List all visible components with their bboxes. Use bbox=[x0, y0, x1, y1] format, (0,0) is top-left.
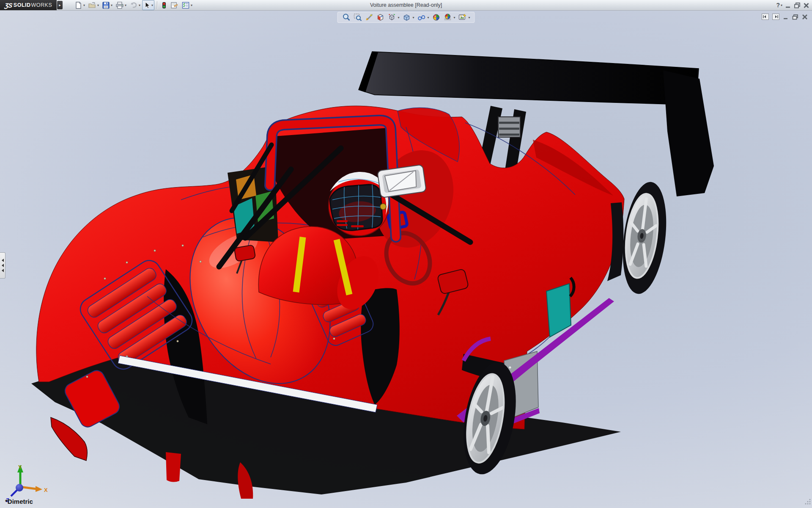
window-controls: ? ▾ bbox=[776, 0, 809, 10]
rearview-mirror[interactable] bbox=[377, 165, 426, 198]
close-window-button[interactable] bbox=[803, 2, 809, 8]
dropdown-arrow[interactable]: ▾ bbox=[151, 3, 153, 7]
next-pane-button[interactable] bbox=[772, 14, 779, 20]
select-button[interactable]: ▾ bbox=[142, 0, 154, 10]
dropdown-arrow[interactable]: ▾ bbox=[412, 16, 414, 19]
zoom-to-area-icon bbox=[353, 13, 362, 22]
apply-scene-icon bbox=[444, 13, 452, 22]
window-title: Voiture assemblee [Read-only] bbox=[370, 0, 442, 10]
solidworks-logo-text: SOLID bbox=[14, 2, 31, 8]
model-viewport-3d[interactable] bbox=[0, 10, 812, 508]
zoom-to-fit-button[interactable] bbox=[342, 13, 350, 22]
main-toolbar: ▾ ▾ ▾ ▾ ▾ ▾ ▾ bbox=[73, 0, 194, 10]
save-floppy-icon bbox=[102, 1, 110, 9]
select-cursor-icon bbox=[143, 1, 151, 9]
notepad-icon bbox=[170, 1, 178, 9]
apply-scene-button[interactable]: ▾ bbox=[444, 13, 455, 22]
view-orientation-icon bbox=[387, 13, 396, 22]
dropdown-arrow[interactable]: ▾ bbox=[111, 3, 112, 7]
dropdown-arrow[interactable]: ▾ bbox=[97, 3, 99, 7]
previous-view-icon bbox=[365, 13, 373, 22]
x-axis-arrow bbox=[36, 486, 42, 492]
display-style-icon bbox=[402, 13, 411, 22]
save-button[interactable]: ▾ bbox=[101, 0, 114, 10]
solidworks-logo[interactable]: ƷS SOLID WORKS bbox=[0, 0, 57, 10]
undo-icon bbox=[129, 1, 138, 9]
print-icon bbox=[115, 1, 124, 9]
triad-origin bbox=[16, 484, 23, 491]
new-button[interactable]: ▾ bbox=[73, 0, 86, 10]
dropdown-arrow[interactable]: ▾ bbox=[454, 16, 455, 19]
dropdown-arrow[interactable]: ▾ bbox=[427, 16, 429, 19]
minimize-window-button[interactable] bbox=[785, 2, 791, 8]
design-binder-button[interactable] bbox=[169, 0, 180, 10]
section-view-button[interactable] bbox=[376, 13, 384, 22]
x-axis-label: X bbox=[44, 487, 48, 493]
dropdown-arrow[interactable]: ▾ bbox=[125, 3, 126, 7]
solidworks-logo-mark: ƷS bbox=[4, 2, 12, 9]
restore-window-button[interactable] bbox=[794, 2, 801, 8]
dropdown-arrow[interactable]: ▾ bbox=[781, 3, 782, 7]
minimize-document-button[interactable] bbox=[783, 14, 789, 20]
titlebar: ƷS SOLID WORKS ▸ ▾ ▾ ▾ ▾ ▾ ▾ bbox=[0, 0, 812, 11]
featuremanager-collapse-tab[interactable] bbox=[0, 252, 5, 279]
view-settings-button[interactable]: ▾ bbox=[458, 13, 470, 22]
view-orientation-label: *Dimetric bbox=[5, 498, 33, 505]
edit-appearance-button[interactable] bbox=[432, 13, 441, 22]
document-window-controls bbox=[762, 14, 808, 20]
dropdown-arrow[interactable]: ▾ bbox=[83, 3, 85, 7]
resize-grip[interactable] bbox=[804, 498, 811, 505]
menu-flyout-arrow[interactable]: ▸ bbox=[57, 1, 63, 9]
graphics-viewport[interactable]: ▾ ▾ ▾ ▾ ▾ bbox=[0, 10, 812, 508]
close-document-button[interactable] bbox=[802, 14, 808, 20]
previous-pane-button[interactable] bbox=[762, 14, 769, 20]
dropdown-arrow[interactable]: ▾ bbox=[398, 16, 399, 19]
stoplight-icon bbox=[161, 1, 167, 9]
collapse-arrow-icon bbox=[2, 259, 4, 262]
rear-wing-blade bbox=[359, 52, 699, 105]
help-icon: ? bbox=[776, 2, 780, 8]
dropdown-arrow[interactable]: ▾ bbox=[191, 3, 192, 7]
zoom-to-area-button[interactable] bbox=[353, 13, 362, 22]
help-button[interactable]: ? ▾ bbox=[776, 2, 782, 8]
view-orientation-button[interactable]: ▾ bbox=[387, 13, 399, 22]
rear-wheel[interactable] bbox=[617, 179, 672, 296]
eyeglasses-icon bbox=[417, 13, 425, 22]
toolbar-separator bbox=[157, 1, 157, 9]
view-settings-icon bbox=[458, 13, 467, 22]
door-window[interactable] bbox=[546, 284, 571, 337]
new-document-icon bbox=[74, 1, 82, 9]
collapse-arrow-icon bbox=[2, 269, 4, 272]
heads-up-view-toolbar: ▾ ▾ ▾ ▾ ▾ bbox=[337, 12, 475, 23]
open-button[interactable]: ▾ bbox=[87, 0, 100, 10]
restore-document-button[interactable] bbox=[792, 14, 798, 20]
splitter-strut bbox=[166, 452, 181, 482]
hide-show-items-button[interactable]: ▾ bbox=[417, 13, 429, 22]
display-style-button[interactable]: ▾ bbox=[402, 13, 414, 22]
checklist-button[interactable]: ▾ bbox=[180, 0, 194, 10]
print-button[interactable]: ▾ bbox=[114, 0, 128, 10]
visor-pivot bbox=[380, 204, 386, 210]
checklist-icon bbox=[181, 1, 190, 9]
dropdown-arrow[interactable]: ▾ bbox=[469, 16, 470, 19]
section-view-icon bbox=[376, 13, 384, 22]
stoplight-button[interactable] bbox=[160, 0, 168, 10]
open-folder-icon bbox=[88, 1, 96, 9]
collapse-arrow-icon bbox=[2, 264, 4, 267]
previous-view-button[interactable] bbox=[365, 13, 373, 22]
zoom-to-fit-icon bbox=[342, 13, 350, 22]
y-axis-label: Y bbox=[18, 464, 22, 470]
solidworks-logo-text-light: WORKS bbox=[31, 2, 52, 8]
appearance-ball-icon bbox=[432, 13, 441, 22]
rear-wing-endplate bbox=[663, 70, 714, 196]
dropdown-arrow[interactable]: ▾ bbox=[139, 3, 140, 7]
undo-button[interactable]: ▾ bbox=[128, 0, 142, 10]
